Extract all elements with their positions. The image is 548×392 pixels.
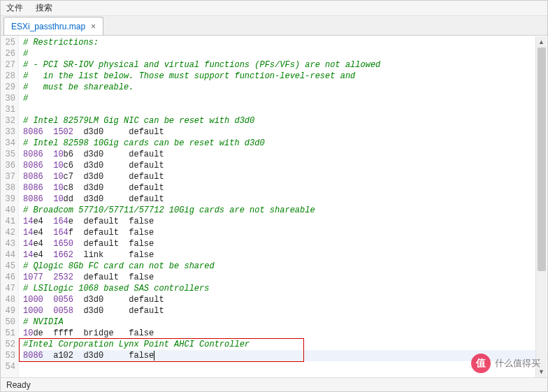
code-line[interactable]: 8086 10b6 d3d0 default bbox=[23, 149, 547, 160]
code-line[interactable]: # Broadcom 57710/57711/57712 10Gig cards… bbox=[23, 205, 547, 216]
code-line[interactable]: #Intel Corporation Lynx Point AHCI Contr… bbox=[23, 339, 547, 350]
line-number: 48 bbox=[1, 294, 15, 305]
line-number: 36 bbox=[1, 160, 15, 171]
code-line[interactable]: # Intel 82598 10Gig cards can be reset w… bbox=[23, 138, 547, 149]
code-line[interactable]: 14e4 1662 link false bbox=[23, 249, 547, 261]
scroll-down-icon[interactable]: ▼ bbox=[536, 366, 547, 377]
line-number: 38 bbox=[1, 182, 15, 194]
code-line[interactable]: # bbox=[23, 93, 547, 104]
line-number: 47 bbox=[1, 283, 15, 294]
code-line[interactable]: 1000 0058 d3d0 default bbox=[23, 305, 547, 317]
line-number: 31 bbox=[1, 104, 15, 115]
line-number: 28 bbox=[1, 71, 15, 82]
code-line[interactable]: 1077 2532 default false bbox=[23, 272, 547, 283]
code-line[interactable]: 8086 10c6 d3d0 default bbox=[23, 160, 547, 171]
code-line[interactable]: # Restrictions: bbox=[23, 37, 547, 48]
close-icon[interactable]: × bbox=[91, 22, 96, 31]
code-line[interactable]: # bbox=[23, 48, 547, 59]
line-number: 33 bbox=[1, 126, 15, 138]
status-bar: Ready bbox=[1, 377, 547, 391]
code-line[interactable]: # - PCI SR-IOV physical and virtual func… bbox=[23, 59, 547, 71]
code-line[interactable]: 1000 0056 d3d0 default bbox=[23, 294, 547, 305]
line-number: 45 bbox=[1, 261, 15, 272]
line-number: 49 bbox=[1, 305, 15, 317]
line-number: 25 bbox=[1, 37, 15, 48]
tab-title: ESXi_passthru.map bbox=[11, 22, 85, 31]
code-line[interactable]: 14e4 1650 default false bbox=[23, 238, 547, 249]
text-caret bbox=[154, 351, 154, 361]
line-number: 54 bbox=[1, 361, 15, 372]
menu-file[interactable]: 文件 bbox=[6, 2, 23, 14]
code-line[interactable] bbox=[23, 361, 547, 372]
code-line[interactable]: 8086 10c8 d3d0 default bbox=[23, 182, 547, 194]
line-number: 53 bbox=[1, 350, 15, 361]
line-number: 30 bbox=[1, 93, 15, 104]
editor[interactable]: 2526272829303132333435363738394041424344… bbox=[1, 36, 547, 378]
line-number: 39 bbox=[1, 194, 15, 205]
menu-bar: 文件 搜索 bbox=[1, 1, 547, 16]
line-number: 26 bbox=[1, 48, 15, 59]
menu-search[interactable]: 搜索 bbox=[36, 2, 52, 14]
code-line[interactable]: 8086 1502 d3d0 default bbox=[23, 126, 547, 138]
line-number: 44 bbox=[1, 249, 15, 261]
line-number: 50 bbox=[1, 317, 15, 328]
line-number: 43 bbox=[1, 238, 15, 249]
line-number: 51 bbox=[1, 328, 15, 339]
scroll-thumb[interactable] bbox=[538, 48, 546, 271]
code-line[interactable]: 8086 a102 d3d0 false bbox=[23, 350, 547, 361]
line-number: 52 bbox=[1, 339, 15, 350]
code-line[interactable]: # Intel 82579LM Gig NIC can be reset wit… bbox=[23, 115, 547, 126]
line-number-gutter: 2526272829303132333435363738394041424344… bbox=[1, 36, 19, 378]
line-number: 41 bbox=[1, 216, 15, 227]
tab-esxi-passthru[interactable]: ESXi_passthru.map × bbox=[3, 17, 103, 35]
code-line[interactable]: # NVIDIA bbox=[23, 317, 547, 328]
line-number: 32 bbox=[1, 115, 15, 126]
code-line[interactable]: # LSILogic 1068 based SAS controllers bbox=[23, 283, 547, 294]
tab-bar: ESXi_passthru.map × bbox=[1, 16, 547, 36]
scroll-up-icon[interactable]: ▲ bbox=[536, 36, 547, 48]
line-number: 40 bbox=[1, 205, 15, 216]
line-number: 46 bbox=[1, 272, 15, 283]
code-line[interactable]: 10de ffff bridge false bbox=[23, 328, 547, 339]
vertical-scrollbar[interactable]: ▲ ▼ bbox=[535, 36, 547, 377]
line-number: 34 bbox=[1, 138, 15, 149]
line-number: 35 bbox=[1, 149, 15, 160]
code-line[interactable] bbox=[23, 104, 547, 115]
line-number: 27 bbox=[1, 59, 15, 71]
code-line[interactable]: 8086 10dd d3d0 default bbox=[23, 194, 547, 205]
code-line[interactable]: 14e4 164e default false bbox=[23, 216, 547, 227]
code-line[interactable]: 14e4 164f default false bbox=[23, 227, 547, 238]
code-line[interactable]: 8086 10c7 d3d0 default bbox=[23, 171, 547, 182]
code-area[interactable]: # Restrictions:## - PCI SR-IOV physical … bbox=[19, 36, 547, 378]
line-number: 29 bbox=[1, 82, 15, 93]
code-line[interactable]: # in the list below. Those must support … bbox=[23, 71, 547, 82]
code-line[interactable]: # must be shareable. bbox=[23, 82, 547, 93]
code-line[interactable]: # Qlogic 8Gb FC card can not be shared bbox=[23, 261, 547, 272]
status-text: Ready bbox=[6, 380, 31, 390]
line-number: 37 bbox=[1, 171, 15, 182]
line-number: 42 bbox=[1, 227, 15, 238]
